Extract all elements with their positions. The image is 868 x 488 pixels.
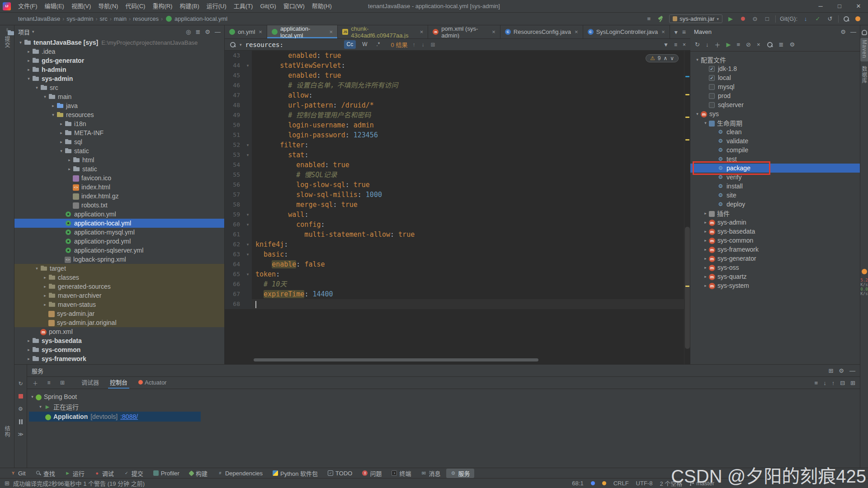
tree-arrow-icon[interactable]: ▾ xyxy=(33,266,40,271)
next-problem-icon[interactable]: ∨ xyxy=(670,55,674,61)
tool-window-button-services[interactable]: 服务 xyxy=(446,469,474,478)
tree-arrow-icon[interactable]: ▾ xyxy=(694,112,701,116)
git-rollback-icon[interactable]: ↺ xyxy=(826,15,834,23)
search-input[interactable]: resources: xyxy=(245,41,340,48)
project-tree-item[interactable]: ▸sys-basedata xyxy=(14,336,224,345)
project-tree-item[interactable]: application-local.yml xyxy=(14,219,224,228)
maven-tree-item[interactable]: install xyxy=(690,182,860,191)
tree-arrow-icon[interactable]: ▸ xyxy=(25,347,32,352)
maven-tree-item[interactable]: ▸sys-oss xyxy=(690,263,860,272)
application-port-link[interactable]: :8088/ xyxy=(120,413,138,420)
add-maven-project-icon[interactable]: ＋ xyxy=(714,40,720,49)
menu-item[interactable]: 代码(C) xyxy=(122,0,149,13)
services-tab-Actuator[interactable]: Actuator xyxy=(137,377,168,389)
code-line[interactable]: 63▾ basic: xyxy=(225,249,690,259)
layout-icon[interactable]: ≡ xyxy=(645,15,653,23)
code-line[interactable]: 60▾ config: xyxy=(225,220,690,230)
tree-arrow-icon[interactable]: ▾ xyxy=(25,76,32,81)
search-icon[interactable] xyxy=(229,41,236,48)
collapse-all-icon[interactable]: ≣ xyxy=(779,41,784,48)
project-tree-item[interactable]: ▸gds-generator xyxy=(14,56,224,65)
locate-file-icon[interactable]: ◎ xyxy=(186,28,191,35)
project-tree-item[interactable]: ▸java xyxy=(14,101,224,110)
menu-item[interactable]: 视图(V) xyxy=(68,0,94,13)
project-tree-item[interactable]: application-mysql.yml xyxy=(14,228,224,237)
code-line[interactable]: 56 log-slow-sql: true xyxy=(225,180,690,190)
hide-panel-icon[interactable]: ― xyxy=(215,28,221,35)
minimize-button[interactable]: ─ xyxy=(811,0,830,13)
more-actions-icon[interactable]: ≫ xyxy=(17,431,24,438)
tree-arrow-icon[interactable]: ▸ xyxy=(58,140,65,144)
project-tree-item[interactable]: robots.txt xyxy=(14,201,224,210)
project-tree-item[interactable]: ▸maven-status xyxy=(14,300,224,309)
structure-tool-window-button[interactable]: 结构 xyxy=(2,424,12,441)
tree-arrow-icon[interactable]: ▾ xyxy=(37,404,44,409)
tree-arrow-icon[interactable]: ▸ xyxy=(702,238,709,243)
fold-icon[interactable]: ▾ xyxy=(244,239,252,249)
line-separator[interactable]: CRLF xyxy=(613,480,629,487)
hide-panel-icon[interactable]: ― xyxy=(850,28,856,35)
menu-item[interactable]: 文件(F) xyxy=(14,0,41,13)
status-blue-icon[interactable] xyxy=(591,481,595,485)
close-tab-icon[interactable]: × xyxy=(575,28,578,35)
tree-arrow-icon[interactable]: ▸ xyxy=(702,274,709,279)
build-hammer-icon[interactable] xyxy=(657,15,665,23)
database-tool-window-button[interactable]: 数据库 xyxy=(859,64,868,87)
close-tab-icon[interactable]: × xyxy=(330,28,333,35)
tree-arrow-icon[interactable]: ▸ xyxy=(702,283,709,288)
project-tree-item[interactable]: pom.xml xyxy=(14,327,224,336)
search-goal-icon[interactable] xyxy=(766,41,773,48)
prev-problem-icon[interactable]: ∧ xyxy=(663,55,667,61)
maven-tree-item[interactable]: test xyxy=(690,155,860,164)
search-icon[interactable] xyxy=(843,15,849,22)
fold-icon[interactable]: ▾ xyxy=(244,61,252,70)
coverage-icon[interactable]: ⊙ xyxy=(751,15,759,23)
git-update-icon[interactable]: ↓ xyxy=(802,15,810,23)
tree-arrow-icon[interactable]: ▾ xyxy=(694,57,701,62)
tree-arrow-icon[interactable]: ▾ xyxy=(17,40,24,45)
tree-arrow-icon[interactable]: ▸ xyxy=(702,247,709,252)
stop-icon[interactable] xyxy=(17,393,24,400)
tree-arrow-icon[interactable]: ▸ xyxy=(50,103,57,108)
maven-tree-item[interactable]: deploy xyxy=(690,200,860,209)
search-history-chevron-icon[interactable]: ▾ xyxy=(240,42,242,47)
menu-item[interactable]: 工具(T) xyxy=(230,0,257,13)
error-stripe[interactable] xyxy=(684,51,690,364)
horizontal-scrollbar[interactable] xyxy=(254,358,538,361)
profiler-icon[interactable]: □ xyxy=(763,15,771,23)
project-tree-item[interactable]: ▸generated-sources xyxy=(14,282,224,291)
menu-item[interactable]: 构建(B) xyxy=(176,0,203,13)
menu-item[interactable]: Git(G) xyxy=(256,0,279,13)
code-line[interactable]: 53▾ stat: xyxy=(225,150,690,160)
project-tree-item[interactable]: ▸classes xyxy=(14,273,224,282)
breadcrumb-item[interactable]: src xyxy=(99,15,108,22)
edit-configuration-icon[interactable]: ⚙ xyxy=(17,405,24,413)
layout-icon[interactable]: ⊞ xyxy=(850,380,855,386)
code-line[interactable]: 64 enable: false xyxy=(225,259,690,269)
project-tool-window-button[interactable] xyxy=(6,28,8,32)
close-tab-icon[interactable]: × xyxy=(661,28,665,35)
maven-tool-window-button[interactable]: Maven xyxy=(860,38,868,61)
fold-icon[interactable]: ▾ xyxy=(244,269,252,279)
maven-tree-item[interactable]: package xyxy=(690,164,860,173)
close-tab-icon[interactable]: × xyxy=(492,28,495,35)
code-line[interactable]: 51 login-password: 123456 xyxy=(225,130,690,140)
code-editor[interactable]: 43 enabled: true44▾ statViewServlet:45 e… xyxy=(225,51,690,364)
project-tree-item[interactable]: ▾static xyxy=(14,146,224,155)
code-line[interactable]: 45 enabled: true xyxy=(225,70,690,80)
profile-checkbox[interactable] xyxy=(709,84,715,90)
offline-mode-icon[interactable]: ⊘ xyxy=(746,41,751,48)
view-options-icon[interactable]: ≡ xyxy=(45,379,52,386)
maximize-button[interactable]: □ xyxy=(830,0,849,13)
code-line[interactable]: 43 enabled: true xyxy=(225,51,690,61)
git-commit-icon[interactable]: ✓ xyxy=(814,15,822,23)
whole-words-toggle[interactable]: W xyxy=(359,40,370,49)
maven-tree-item[interactable]: ▸sys-quartz xyxy=(690,272,860,281)
tool-window-button-find[interactable]: 查找 xyxy=(32,469,59,478)
debug-icon[interactable] xyxy=(739,15,747,23)
code-line[interactable]: 65▾token: xyxy=(225,269,690,279)
tool-window-button-build[interactable]: 构建 xyxy=(185,469,212,478)
menu-item[interactable]: 窗口(W) xyxy=(280,0,308,13)
project-tree-item[interactable]: ▾resources xyxy=(14,110,224,119)
editor-tab[interactable]: ResourcesConfig.java× xyxy=(500,25,583,38)
